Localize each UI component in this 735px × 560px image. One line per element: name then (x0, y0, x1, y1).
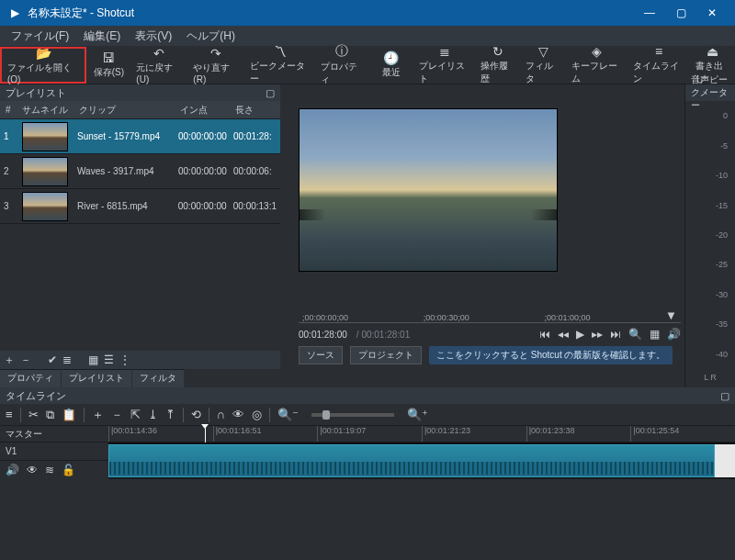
toolbar-最近[interactable]: 🕘最近 (369, 47, 413, 84)
track-mute-icon[interactable]: 🔊 (6, 464, 19, 476)
toolbar-label: ファイルを開く(O) (7, 62, 79, 84)
skip-start-icon[interactable]: ⏮ (539, 328, 550, 341)
update-banner[interactable]: ここをクリックすると Shotcut の最新版を確認します。 (429, 346, 673, 364)
meter-tick: -40 (716, 350, 728, 359)
timeline-panel-title: タイムライン ▢ (0, 387, 735, 404)
main-toolbar: 📂ファイルを開く(O)🖫保存(S)↶元に戻す(U)↷やり直す(R)〽ピークメータ… (0, 46, 735, 84)
minimize-button[interactable]: — (634, 0, 665, 26)
tab-filter[interactable]: フィルタ (132, 369, 185, 387)
timeline-panel-menu-icon[interactable]: ▢ (720, 390, 729, 402)
step-back-icon[interactable]: ◂◂ (558, 328, 569, 341)
meter-tick: -5 (720, 141, 728, 151)
timecode-current[interactable]: 00:01:28:00 (299, 330, 347, 340)
playlist-panel-menu-icon[interactable]: ▢ (266, 87, 275, 99)
pl-grid-icon[interactable]: ▦ (88, 353, 98, 366)
tl-append-icon[interactable]: ＋ (92, 407, 104, 423)
playlist-toolbar: ＋ － ✔ ≣ ▦ ☰ ⋮ (0, 351, 280, 369)
toolbar-操作履歴[interactable]: ↻操作履歴 (475, 47, 520, 84)
meter-panel-title: 音声ピークメーター (685, 84, 735, 101)
tl-zoom-in-icon[interactable]: 🔍⁺ (407, 408, 428, 421)
tl-menu-icon[interactable]: ≡ (6, 408, 13, 421)
tl-snap-icon[interactable]: ∩ (217, 408, 225, 421)
toolbar-保存(S)[interactable]: 🖫保存(S) (86, 47, 130, 84)
playlist-header-thumb[interactable]: サムネイル (17, 101, 74, 118)
toolbar-プレイリスト[interactable]: ≣プレイリスト (413, 47, 476, 84)
tl-paste-icon[interactable]: 📋 (62, 408, 76, 421)
menu-view[interactable]: 表示(V) (128, 27, 179, 46)
meter-tick: -10 (716, 171, 728, 180)
track-comp-icon[interactable]: ≋ (45, 464, 54, 476)
project-button[interactable]: プロジェクト (350, 346, 422, 364)
toolbar-フィルタ[interactable]: ▽フィルタ (520, 47, 565, 84)
preview-ruler-tick: ;00:00:30;00 (424, 313, 469, 322)
tl-scrub-icon[interactable]: 👁 (232, 408, 244, 421)
audio-meter: 0 -5 -10 -15 -20 -25 -30 -35 -40 (685, 101, 735, 369)
toolbar-やり直す(R)[interactable]: ↷やり直す(R) (187, 47, 244, 84)
tl-zoom-slider[interactable] (311, 413, 394, 417)
preview-ruler[interactable]: ;00:00:00;00 ;00:00:30;00 ;00:01:00;00 ▼ (299, 307, 681, 323)
tl-copy-icon[interactable]: ⧉ (46, 408, 54, 422)
tl-cut-icon[interactable]: ✂ (28, 408, 39, 421)
playlist-header-index[interactable]: # (0, 101, 17, 118)
playlist-panel-title: プレイリスト ▢ (0, 84, 280, 101)
pl-list-icon[interactable]: ≣ (62, 353, 72, 366)
playlist-header-in[interactable]: イン点 (175, 101, 230, 118)
tl-overwrite-icon[interactable]: ⤒ (165, 408, 175, 421)
pl-remove-icon[interactable]: － (20, 353, 31, 368)
playlist-row-index: 2 (0, 154, 17, 188)
tl-zoom-out-icon[interactable]: 🔍⁻ (277, 408, 299, 421)
close-button[interactable]: ✕ (696, 0, 728, 26)
step-fwd-icon[interactable]: ▸▸ (592, 328, 603, 341)
timeline-toolbar: ≡ ✂ ⧉ 📋 ＋ － ⇱ ⤓ ⤒ ⟲ ∩ 👁 ◎ 🔍⁻ 🔍⁺ (0, 404, 735, 426)
video-preview[interactable] (299, 108, 558, 272)
preview-out-marker-icon[interactable]: ▼ (665, 308, 677, 322)
toolbar-キーフレーム[interactable]: ◈キーフレーム (566, 47, 628, 84)
source-button[interactable]: ソース (299, 346, 343, 364)
pl-check-icon[interactable]: ✔ (48, 353, 57, 366)
tl-insert-icon[interactable]: ⤓ (148, 408, 158, 421)
tl-ripple-icon[interactable]: ◎ (252, 408, 262, 421)
timeline-clip[interactable] (108, 444, 715, 477)
tab-playlist[interactable]: プレイリスト (62, 369, 132, 387)
menu-edit[interactable]: 編集(E) (76, 27, 128, 46)
playlist-row[interactable]: 1Sunset - 15779.mp400:00:00:0000:01:28: (0, 119, 280, 154)
timeline-clip-tail[interactable] (715, 444, 735, 477)
pl-overflow-icon[interactable]: ⋮ (119, 353, 130, 366)
toolbar-label: 最近 (382, 66, 401, 79)
toolbar-label: タイムライン (633, 60, 684, 85)
pl-add-icon[interactable]: ＋ (4, 353, 15, 368)
track-lock-icon[interactable]: 🔓 (62, 464, 75, 476)
grid-preview-icon[interactable]: ▦ (650, 328, 660, 341)
track-hide-icon[interactable]: 👁 (27, 464, 38, 476)
maximize-button[interactable]: ▢ (665, 0, 696, 26)
v1-track-label[interactable]: V1 (0, 442, 108, 461)
playlist-row[interactable]: 2Waves - 3917.mp400:00:00:0000:00:06: (0, 154, 280, 189)
playlist-header-len[interactable]: 長さ (230, 101, 280, 118)
toolbar-ピークメーター[interactable]: 〽ピークメーター (244, 47, 315, 84)
volume-icon[interactable]: 🔊 (667, 328, 681, 341)
timeline-lane-v1[interactable] (108, 442, 735, 479)
toolbar-プロパティ[interactable]: ⓘプロパティ (315, 47, 368, 84)
zoom-preview-icon[interactable]: 🔍 (628, 328, 642, 341)
toolbar-タイムライン[interactable]: ≡タイムライン (628, 47, 690, 84)
menu-help[interactable]: ヘルプ(H) (179, 27, 243, 46)
pl-detail-icon[interactable]: ☰ (104, 353, 114, 366)
master-track-label[interactable]: マスター (0, 426, 108, 442)
操作履歴-icon: ↻ (492, 44, 503, 59)
tl-remove-icon[interactable]: － (111, 407, 123, 423)
app-icon: ▶ (7, 6, 22, 20)
play-icon[interactable]: ▶ (576, 328, 584, 341)
playlist-header-clip[interactable]: クリップ (74, 101, 175, 118)
tl-lift-icon[interactable]: ⇱ (130, 408, 141, 421)
menu-file[interactable]: ファイル(F) (4, 27, 76, 46)
window-title: 名称未設定* - Shotcut (28, 6, 134, 21)
toolbar-ファイルを開く(O)[interactable]: 📂ファイルを開く(O) (0, 47, 86, 84)
timeline-playhead[interactable] (205, 426, 206, 442)
toolbar-元に戻す(U)[interactable]: ↶元に戻す(U) (130, 47, 187, 84)
プレイリスト-icon: ≣ (439, 44, 450, 59)
tab-properties[interactable]: プロパティ (0, 369, 62, 387)
timeline-ruler-tick: |00:01:19:07 (317, 426, 422, 442)
tl-split-icon[interactable]: ⟲ (191, 408, 201, 421)
playlist-row[interactable]: 3River - 6815.mp400:00:00:0000:00:13:1 (0, 189, 280, 224)
skip-end-icon[interactable]: ⏭ (610, 328, 621, 341)
